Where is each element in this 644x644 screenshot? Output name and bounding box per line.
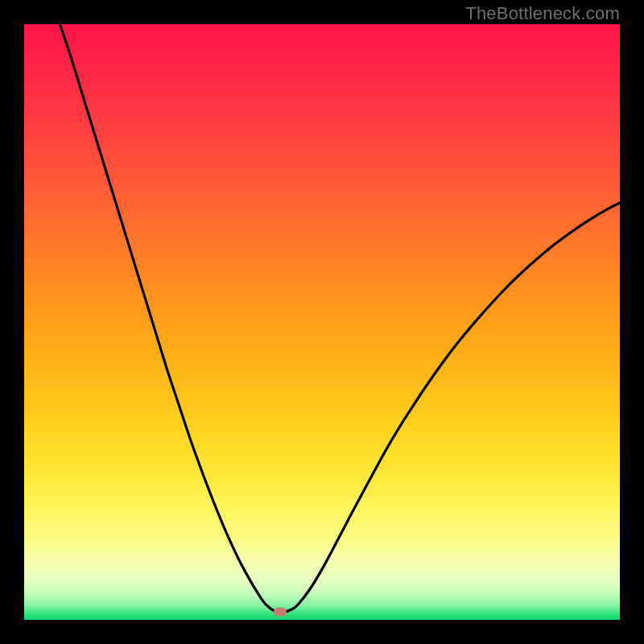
bottleneck-curve (24, 24, 620, 620)
watermark-text: TheBottleneck.com (465, 3, 620, 24)
minimum-marker (274, 608, 287, 617)
plot-area (24, 24, 620, 620)
chart-frame: TheBottleneck.com (0, 0, 644, 644)
